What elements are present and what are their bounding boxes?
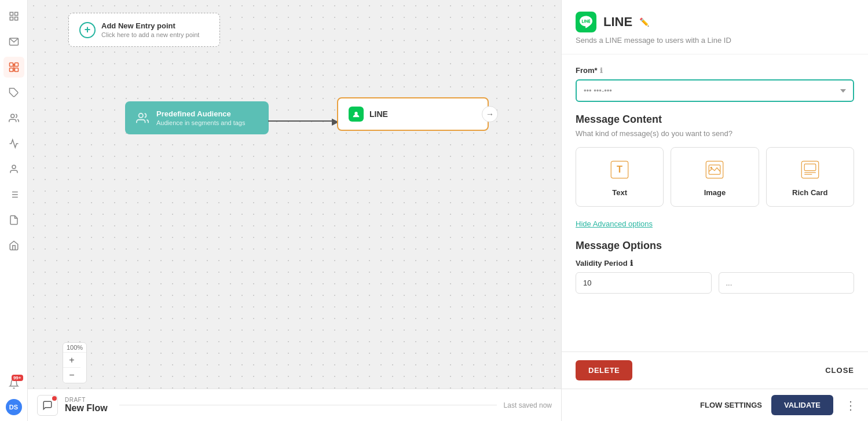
- validity-info-icon: ℹ: [630, 259, 633, 268]
- left-sidebar: 99+ DS: [0, 0, 28, 421]
- panel-subtitle: Sends a LINE message to users with a Lin…: [576, 36, 854, 45]
- right-panel: LINE ✏️ Sends a LINE message to users wi…: [561, 0, 868, 421]
- svg-rect-10: [14, 68, 18, 72]
- last-saved-text: Last saved now: [504, 401, 552, 409]
- message-options-title: Message Options: [576, 240, 854, 252]
- panel-title: LINE: [603, 14, 632, 30]
- message-content-subtitle: What kind of message(s) do you want to s…: [576, 129, 854, 138]
- text-type-icon: T: [607, 157, 632, 182]
- svg-rect-1: [14, 12, 17, 15]
- line-node[interactable]: LINE →: [337, 97, 489, 131]
- svg-rect-2: [10, 17, 13, 20]
- message-content-title: Message Content: [576, 114, 854, 126]
- entry-point-title: Add New Entry point: [101, 21, 199, 30]
- bottom-action-bar: FLOW SETTINGS VALIDATE ⋮: [562, 389, 868, 421]
- entry-point-card[interactable]: + Add New Entry point Click here to add …: [68, 13, 220, 47]
- svg-point-12: [10, 114, 14, 118]
- panel-line-icon: [576, 12, 596, 32]
- audience-icon: [134, 110, 151, 126]
- sidebar-item-messages[interactable]: [3, 31, 24, 52]
- svg-rect-0: [10, 12, 13, 15]
- delete-button[interactable]: DELETE: [576, 360, 632, 380]
- message-content-section: Message Content What kind of message(s) …: [576, 114, 854, 240]
- panel-header: LINE ✏️ Sends a LINE message to users wi…: [562, 0, 868, 54]
- close-button[interactable]: CLOSE: [825, 366, 854, 375]
- validity-label: Validity Period ℹ: [576, 259, 854, 268]
- validate-button[interactable]: VALIDATE: [771, 395, 833, 415]
- rich-card-type-label: Rich Card: [792, 188, 827, 197]
- notification-count: 99+: [12, 375, 23, 381]
- zoom-in-button[interactable]: +: [63, 353, 80, 368]
- zoom-controls: 100% + −: [63, 342, 87, 383]
- svg-text:T: T: [617, 164, 622, 174]
- svg-rect-6: [14, 63, 18, 67]
- audience-node-title: Predefined Audience: [156, 109, 246, 118]
- entry-point-plus-icon: +: [79, 22, 96, 38]
- sidebar-item-tags[interactable]: [3, 82, 24, 103]
- svg-point-21: [354, 112, 357, 115]
- message-types-container: T Text Image: [576, 147, 854, 207]
- line-node-next-arrow[interactable]: →: [482, 106, 498, 122]
- panel-body: From* ℹ ••• •••-••• Message Content What…: [562, 54, 868, 352]
- edit-icon[interactable]: ✏️: [639, 17, 649, 27]
- zoom-level: 100%: [63, 343, 86, 353]
- panel-footer: DELETE CLOSE: [562, 352, 868, 389]
- bottom-bar-divider: [119, 405, 497, 405]
- zoom-out-button[interactable]: −: [63, 368, 80, 383]
- sidebar-item-flows[interactable]: [3, 57, 24, 78]
- line-node-label: LINE: [369, 109, 388, 119]
- svg-rect-5: [9, 63, 13, 67]
- text-type-label: Text: [612, 188, 627, 197]
- from-select[interactable]: ••• •••-•••: [576, 79, 854, 102]
- flow-title: New Flow: [65, 403, 108, 413]
- flow-canvas: + Add New Entry point Click here to add …: [28, 0, 561, 421]
- more-options-icon[interactable]: ⋮: [843, 396, 859, 415]
- flow-connector-arrow: ▶: [268, 115, 339, 127]
- sidebar-item-store[interactable]: [3, 235, 24, 256]
- validity-value-input[interactable]: [576, 272, 712, 294]
- sidebar-item-reports[interactable]: [3, 210, 24, 230]
- message-type-text[interactable]: T Text: [576, 147, 664, 207]
- svg-rect-7: [9, 68, 13, 72]
- message-options-section: Message Options Validity Period ℹ: [576, 240, 854, 294]
- sidebar-item-people[interactable]: [3, 108, 24, 129]
- rich-card-type-icon: [797, 157, 823, 182]
- hide-advanced-link[interactable]: Hide Advanced options: [576, 219, 653, 228]
- sidebar-item-contacts[interactable]: [3, 159, 24, 180]
- message-type-rich-card[interactable]: Rich Card: [766, 147, 854, 207]
- from-info-icon: ℹ: [600, 67, 603, 75]
- user-avatar[interactable]: DS: [6, 399, 22, 415]
- svg-rect-3: [14, 17, 17, 20]
- flow-chat-icon: [37, 395, 58, 416]
- from-label: From* ℹ: [576, 66, 854, 75]
- message-type-image[interactable]: Image: [671, 147, 759, 207]
- svg-point-20: [139, 113, 143, 117]
- validity-inputs: [576, 272, 854, 294]
- validity-unit-input[interactable]: [719, 272, 855, 294]
- line-node-icon: [349, 107, 364, 122]
- audience-node[interactable]: Predefined Audience Audience in segments…: [125, 101, 269, 134]
- draft-label: DRAFT: [65, 397, 108, 403]
- flow-settings-button[interactable]: FLOW SETTINGS: [700, 401, 762, 409]
- svg-point-13: [12, 165, 16, 169]
- image-type-icon: [702, 157, 727, 182]
- bottom-flow-bar: DRAFT New Flow Last saved now: [28, 389, 561, 421]
- entry-point-subtitle: Click here to add a new entry point: [101, 31, 199, 38]
- sidebar-item-grid[interactable]: [3, 6, 24, 27]
- svg-point-26: [710, 167, 712, 169]
- from-field-group: From* ℹ ••• •••-•••: [576, 66, 854, 102]
- sidebar-item-lists[interactable]: [3, 184, 24, 205]
- image-type-label: Image: [704, 188, 726, 197]
- sidebar-item-analytics[interactable]: [3, 133, 24, 154]
- notification-icon[interactable]: 99+: [3, 374, 24, 394]
- audience-node-subtitle: Audience in segments and tags: [156, 119, 246, 126]
